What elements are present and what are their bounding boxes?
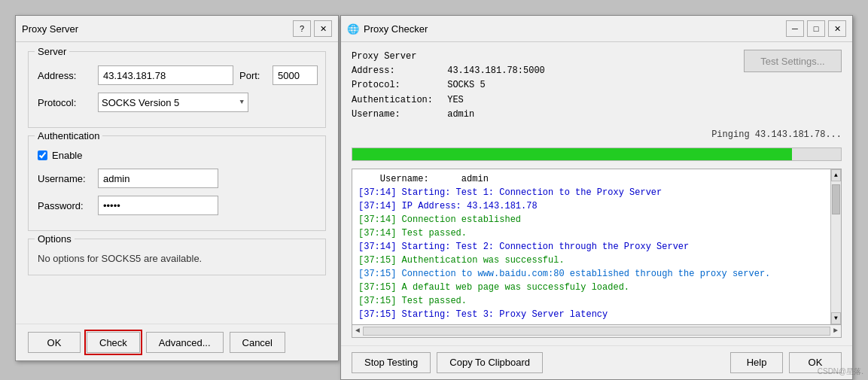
proxy-checker-icon: 🌐 [347, 23, 359, 35]
info-protocol-value: SOCKS 5 [447, 80, 485, 90]
log-line: [37:14] IP Address: 43.143.181.78 [358, 199, 824, 213]
username-label: Username: [38, 173, 92, 184]
address-label: Address: [38, 70, 92, 81]
proxy-checker-title-bar: 🌐 Proxy Checker ─ □ ✕ [341, 16, 852, 42]
proxy-server-title: Proxy Server [22, 23, 78, 35]
enable-checkbox[interactable] [38, 150, 47, 160]
info-address-value: 43.143.181.78:5000 [447, 65, 545, 76]
address-input[interactable] [98, 65, 233, 85]
proxy-checker-title: Proxy Checker [364, 23, 428, 35]
info-username-value: admin [447, 109, 474, 120]
help-button[interactable]: Help [730, 352, 783, 373]
pinging-text: Pinging 43.143.181.78... [352, 129, 842, 140]
protocol-label: Protocol: [38, 97, 92, 108]
info-block: Proxy Server Address: 43.143.181.78:5000… [352, 50, 545, 122]
proxy-server-close-btn[interactable]: ✕ [314, 20, 332, 37]
info-auth-value: YES [447, 95, 464, 105]
port-label: Port: [239, 70, 266, 81]
proxy-server-window: Proxy Server ? ✕ Server Address: Port: P… [15, 15, 339, 361]
copy-to-clipboard-button[interactable]: Copy To Clipboard [437, 352, 543, 373]
vertical-scrollbar[interactable]: ▲ ▼ [830, 169, 841, 324]
progress-bar-fill [352, 148, 792, 160]
proxy-server-title-bar: Proxy Server ? ✕ [16, 16, 338, 42]
info-test-row: Proxy Server Address: 43.143.181.78:5000… [352, 50, 842, 122]
protocol-row: Protocol: SOCKS Version 4 SOCKS Version … [38, 93, 316, 112]
proxy-checker-maximize-btn[interactable]: □ [807, 20, 825, 37]
options-text: No options for SOCKS5 are available. [38, 250, 316, 267]
scroll-thumb [832, 184, 840, 214]
proxy-server-button-row: OK Check Advanced... Cancel [16, 324, 338, 360]
options-section: Options No options for SOCKS5 are availa… [28, 239, 326, 275]
log-line: [37:15] Test passed. [358, 294, 824, 308]
log-line: [37:15] Authentication was successful. [358, 254, 824, 267]
log-scroll-area[interactable]: Username: admin[37:14] Starting: Test 1:… [352, 169, 830, 324]
advanced-button[interactable]: Advanced... [146, 332, 224, 353]
port-input[interactable] [273, 65, 318, 85]
cancel-button[interactable]: Cancel [230, 332, 285, 353]
proxy-checker-window: 🌐 Proxy Checker ─ □ ✕ Proxy Server Addre… [340, 15, 853, 380]
log-line: [37:14] Starting: Test 1: Connection to … [358, 186, 824, 199]
log-line: [37:14] Connection established [358, 213, 824, 226]
log-line: [37:15] Connection to www.baidu.com:80 e… [358, 267, 824, 281]
checker-button-row: Stop Testing Copy To Clipboard Help OK [341, 345, 852, 379]
password-row: Password: [38, 196, 316, 215]
scroll-up-btn[interactable]: ▲ [831, 169, 841, 181]
info-username-label: Username: [352, 108, 442, 122]
ok-button[interactable]: OK [28, 332, 81, 353]
address-row: Address: Port: [38, 65, 316, 85]
proxy-checker-close-btn[interactable]: ✕ [828, 20, 846, 37]
test-settings-button[interactable]: Test Settings... [744, 50, 842, 72]
options-section-title: Options [35, 233, 75, 245]
protocol-select-wrapper: SOCKS Version 4 SOCKS Version 5 HTTP HTT… [98, 93, 248, 112]
scroll-track [831, 181, 841, 312]
authentication-section-title: Authentication [35, 130, 102, 141]
log-line: [37:14] Starting: Test 2: Connection thr… [358, 240, 824, 254]
info-auth-label: Authentication: [352, 93, 442, 108]
log-container: Username: admin[37:14] Starting: Test 1:… [352, 169, 842, 338]
username-row: Username: [38, 169, 316, 188]
log-line: [37:15] A default web page was successfu… [358, 281, 824, 294]
proxy-checker-minimize-btn[interactable]: ─ [786, 20, 804, 37]
server-section: Server Address: Port: Protocol: SOCKS Ve… [28, 51, 326, 128]
proxy-server-help-btn[interactable]: ? [293, 20, 311, 37]
info-proxy-server-label: Proxy Server [352, 50, 442, 64]
info-address-label: Address: [352, 64, 442, 78]
log-line: [37:14] Test passed. [358, 226, 824, 240]
stop-testing-button[interactable]: Stop Testing [352, 352, 431, 373]
enable-label: Enable [52, 150, 82, 161]
horizontal-scroll: ◄ ► [352, 324, 841, 337]
info-protocol-label: Protocol: [352, 78, 442, 93]
check-button[interactable]: Check [87, 332, 140, 353]
progress-bar-container [352, 147, 842, 161]
password-input[interactable] [98, 196, 218, 215]
scroll-down-btn[interactable]: ▼ [831, 312, 841, 324]
server-section-title: Server [35, 46, 69, 57]
username-input[interactable] [98, 169, 218, 188]
password-label: Password: [38, 200, 92, 211]
scroll-right-btn[interactable]: ► [833, 327, 838, 335]
authentication-section: Authentication Enable Username: Password… [28, 135, 326, 231]
enable-row: Enable [38, 150, 316, 161]
h-scroll-track [363, 327, 830, 336]
protocol-select[interactable]: SOCKS Version 4 SOCKS Version 5 HTTP HTT… [98, 93, 248, 112]
log-line: Username: admin [358, 172, 824, 186]
scroll-left-btn[interactable]: ◄ [355, 327, 360, 335]
watermark: CSDN@星落. [818, 366, 863, 377]
log-line: [37:15] Starting: Test 3: Proxy Server l… [358, 308, 824, 321]
